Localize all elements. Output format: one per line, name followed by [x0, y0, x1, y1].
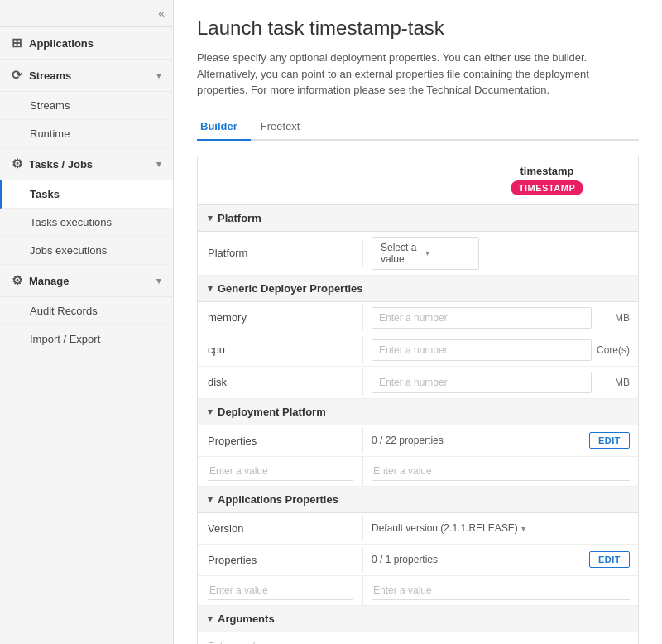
- section-applications-properties[interactable]: ▾ Applications Properties: [198, 487, 638, 513]
- cpu-unit: Core(s): [597, 344, 630, 356]
- sidebar-item-tasks-jobs[interactable]: ⚙ Tasks / Jobs ▾: [0, 148, 173, 180]
- sidebar-tasks-label: Tasks: [30, 188, 60, 200]
- dep-properties-edit-button[interactable]: EDIT: [589, 432, 630, 449]
- platform-select-value: Select a value: [381, 242, 425, 265]
- page-title: Launch task timestamp-task: [197, 17, 639, 40]
- sidebar-item-tasks[interactable]: Tasks: [0, 180, 173, 209]
- sidebar-item-streams[interactable]: ⟳ Streams ▾: [0, 60, 173, 92]
- dep-enter-left: [198, 457, 363, 486]
- memory-label: memory: [198, 305, 363, 330]
- tasks-jobs-chevron-icon: ▾: [156, 159, 161, 170]
- sidebar-item-audit-records[interactable]: Audit Records: [0, 297, 173, 325]
- sidebar-audit-records-label: Audit Records: [30, 305, 98, 317]
- sidebar-item-jobs-executions[interactable]: Jobs executions: [0, 237, 173, 265]
- sidebar-runtime-label: Runtime: [30, 127, 70, 140]
- dep-properties-row: Properties 0 / 22 properties EDIT: [198, 425, 638, 457]
- sidebar-item-import-export[interactable]: Import / Export: [0, 325, 173, 353]
- sidebar-item-runtime[interactable]: Runtime: [0, 120, 173, 148]
- sidebar-streams-label: Streams: [29, 70, 71, 82]
- memory-row: memory MB: [198, 302, 638, 334]
- memory-input[interactable]: [372, 307, 592, 329]
- arguments-value-row: [198, 632, 638, 645]
- streams-chevron-icon: ▾: [156, 70, 161, 81]
- section-deployment-platform[interactable]: ▾ Deployment Platform: [198, 399, 638, 425]
- memory-value: MB: [363, 302, 638, 334]
- dep-props-count: 0 / 22 properties: [372, 435, 584, 446]
- version-select[interactable]: Default version (2.1.1.RELEASE) ▾: [372, 522, 525, 534]
- app-properties-edit-button[interactable]: EDIT: [589, 551, 630, 568]
- memory-unit: MB: [597, 312, 630, 324]
- arguments-enter-value-input[interactable]: [206, 637, 630, 645]
- cpu-input[interactable]: [372, 339, 592, 361]
- manage-chevron-icon: ▾: [156, 276, 161, 286]
- task-badge-name: timestamp: [520, 165, 573, 177]
- disk-unit: MB: [597, 377, 630, 388]
- app-properties-row: Properties 0 / 1 properties EDIT: [198, 545, 638, 576]
- platform-chevron-icon: ▾: [208, 213, 213, 223]
- app-enter-left: [198, 576, 363, 605]
- tasks-icon: ⚙: [12, 156, 22, 171]
- app-props-count: 0 / 1 properties: [372, 554, 584, 565]
- sidebar-item-manage[interactable]: ⚙ Manage ▾: [0, 265, 173, 297]
- disk-label: disk: [198, 369, 363, 395]
- sidebar-group-applications: ⊞ Applications: [0, 27, 173, 60]
- app-enter-value-left-input[interactable]: [208, 581, 353, 600]
- section-platform-label: Platform: [218, 212, 261, 224]
- platform-select-chevron-icon: ▾: [425, 248, 470, 257]
- builder-form: timestamp TIMESTAMP ▾ Platform Platform …: [197, 156, 639, 645]
- dep-enter-value-right-input[interactable]: [372, 462, 630, 481]
- section-platform[interactable]: ▾ Platform: [198, 205, 638, 232]
- app-enter-value-right-input[interactable]: [372, 581, 630, 600]
- sidebar-item-streams-child[interactable]: Streams: [0, 92, 173, 120]
- sidebar-jobs-executions-label: Jobs executions: [30, 244, 107, 257]
- page-description: Please specify any optional deployment p…: [197, 50, 639, 99]
- section-applications-properties-label: Applications Properties: [218, 493, 338, 506]
- sidebar-tasks-jobs-label: Tasks / Jobs: [29, 158, 93, 171]
- dep-enter-value-left-input[interactable]: [208, 462, 353, 481]
- deployment-platform-chevron-icon: ▾: [208, 406, 213, 417]
- app-enter-value-row: [198, 576, 638, 606]
- version-label: Version: [198, 516, 363, 541]
- cpu-row: cpu Core(s): [198, 334, 638, 367]
- dep-properties-value: 0 / 22 properties EDIT: [363, 427, 638, 454]
- sidebar-group-streams: ⟳ Streams ▾ Streams Runtime: [0, 60, 173, 148]
- section-deployment-platform-label: Deployment Platform: [218, 406, 326, 418]
- collapse-icon[interactable]: «: [158, 7, 165, 20]
- task-badge-area: timestamp TIMESTAMP: [198, 156, 638, 205]
- platform-label: Platform: [198, 240, 363, 266]
- arguments-value-full: [198, 632, 638, 645]
- disk-value: MB: [363, 367, 638, 398]
- section-generic-deployer[interactable]: ▾ Generic Deployer Properties: [198, 276, 638, 302]
- streams-icon: ⟳: [12, 68, 22, 83]
- sidebar-header: «: [0, 0, 173, 27]
- section-arguments-label: Arguments: [218, 613, 275, 625]
- platform-select[interactable]: Select a value ▾: [372, 237, 479, 270]
- sidebar-applications-label: Applications: [29, 37, 94, 50]
- cpu-label: cpu: [198, 337, 363, 363]
- cpu-value: Core(s): [363, 334, 638, 366]
- applications-properties-chevron-icon: ▾: [208, 494, 213, 505]
- section-arguments[interactable]: ▾ Arguments: [198, 606, 638, 632]
- section-generic-deployer-label: Generic Deployer Properties: [218, 282, 363, 295]
- tab-builder[interactable]: Builder: [197, 113, 251, 141]
- tab-freetext[interactable]: Freetext: [257, 113, 314, 141]
- app-properties-value: 0 / 1 properties EDIT: [363, 546, 638, 573]
- sidebar-import-export-label: Import / Export: [30, 333, 100, 345]
- sidebar-group-manage: ⚙ Manage ▾ Audit Records Import / Export: [0, 265, 173, 353]
- version-value: Default version (2.1.1.RELEASE) ▾: [363, 517, 638, 539]
- sidebar-item-applications[interactable]: ⊞ Applications: [0, 27, 173, 60]
- dep-enter-value-row: [198, 457, 638, 487]
- sidebar-streams-child-label: Streams: [30, 99, 70, 112]
- version-row: Version Default version (2.1.1.RELEASE) …: [198, 513, 638, 545]
- task-badge-pill: TIMESTAMP: [511, 180, 583, 195]
- disk-input[interactable]: [372, 372, 592, 393]
- sidebar-manage-label: Manage: [29, 275, 69, 287]
- sidebar: « ⊞ Applications ⟳ Streams ▾ Streams Run…: [0, 0, 174, 644]
- version-select-chevron-icon: ▾: [521, 524, 525, 533]
- arguments-chevron-icon: ▾: [208, 613, 213, 624]
- tabs: Builder Freetext: [197, 113, 639, 141]
- sidebar-item-tasks-executions[interactable]: Tasks executions: [0, 209, 173, 237]
- app-enter-right: [363, 576, 638, 605]
- dep-enter-right: [363, 457, 638, 486]
- platform-row: Platform Select a value ▾: [198, 232, 638, 276]
